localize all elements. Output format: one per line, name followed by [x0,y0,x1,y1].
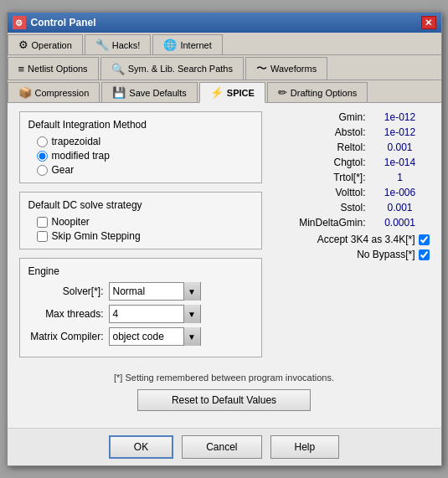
threads-dropdown[interactable]: 4 ▼ [109,305,201,323]
param-abstol-value[interactable]: 1e-012 [371,126,430,138]
param-trtol-label: Trtol[*]: [291,172,366,183]
param-volttol: Volttol: 1e-006 [270,187,430,198]
checkbox-no-bypass-input[interactable] [419,249,430,260]
radio-trapezoidal[interactable]: trapezoidal [37,136,253,147]
tabs-row2: ≡ Netlist Options 🔍 Sym. & Lib. Search P… [8,55,441,80]
threads-value: 4 [110,305,183,323]
param-abstol-label: Abstol: [291,126,366,138]
param-reltol-label: Reltol: [291,141,366,153]
tab-save-defaults[interactable]: 💾 Save Defaults [101,82,197,102]
threads-dropdown-arrow[interactable]: ▼ [183,305,200,323]
reset-button[interactable]: Reset to Default Values [137,389,311,411]
tab-internet[interactable]: 🌐 Internet [152,34,222,54]
param-gmin-value[interactable]: 1e-012 [371,111,430,123]
app-icon: ⚙ [13,16,26,29]
bottom-buttons: OK Cancel Help [8,428,441,465]
dc-solve-checkbox-group: Noopiter Skip Gmin Stepping [28,216,253,242]
integration-section: Default Integration Method trapezoidal m… [19,111,262,183]
engine-section: Engine Solver[*]: Normal ▼ Max threads: … [19,258,262,357]
solver-label: Solver[*]: [28,285,104,297]
left-panel: Default Integration Method trapezoidal m… [19,111,262,366]
checkbox-accept-3k4[interactable]: Accept 3K4 as 3.4K[*] [317,234,430,245]
ok-button[interactable]: OK [109,435,173,459]
hacks-icon: 🔧 [95,39,109,51]
main-area: Default Integration Method trapezoidal m… [19,111,430,366]
param-volttol-value[interactable]: 1e-006 [371,187,430,198]
integration-label: Default Integration Method [28,119,253,131]
checkbox-noopiter-input[interactable] [37,217,48,228]
tab-compression[interactable]: 📦 Compression [8,82,100,102]
tab-sym-lib[interactable]: 🔍 Sym. & Lib. Search Paths [100,57,244,80]
param-sstol-value[interactable]: 0.001 [371,202,430,213]
param-chgtol-label: Chgtol: [291,157,366,168]
save-icon: 💾 [112,86,126,99]
checkbox-skip-gmin[interactable]: Skip Gmin Stepping [37,230,253,242]
radio-trapezoidal-input[interactable] [37,136,48,147]
param-gmin-label: Gmin: [291,111,366,123]
title-bar: ⚙ Control Panel ✕ [8,13,441,33]
checkbox-no-bypass[interactable]: No Bypass[*] [357,249,429,260]
tab-operation[interactable]: ⚙ Operation [8,34,83,54]
dc-solve-section: Default DC solve strategy Noopiter Skip … [19,192,262,249]
matrix-value: object code [110,327,183,346]
threads-label: Max threads: [28,308,104,320]
control-panel-window: ⚙ Control Panel ✕ ⚙ Operation 🔧 Hacks! 🌐… [7,12,442,466]
note-text: [*] Setting remembered between program i… [19,373,430,383]
radio-modified-trap[interactable]: modified trap [37,150,253,162]
waveforms-icon: 〜 [256,61,267,76]
tabs-row3: 📦 Compression 💾 Save Defaults ⚡ SPICE ✏ … [8,80,441,103]
param-chgtol-value[interactable]: 1e-014 [371,157,430,168]
tab-waveforms[interactable]: 〜 Waveforms [245,57,327,80]
solver-dropdown-arrow[interactable]: ▼ [183,282,200,301]
spice-icon: ⚡ [210,86,224,99]
matrix-label: Matrix Compiler: [28,331,104,342]
param-abstol: Abstol: 1e-012 [270,126,430,138]
title-bar-left: ⚙ Control Panel [13,16,96,29]
checkbox-noopiter[interactable]: Noopiter [37,216,253,228]
param-reltol-value[interactable]: 0.001 [371,141,430,153]
checkbox-accept-3k4-input[interactable] [419,234,430,245]
radio-modified-trap-input[interactable] [37,151,48,162]
dc-solve-label: Default DC solve strategy [28,199,253,211]
param-volttol-label: Volttol: [291,187,366,198]
param-sstol-label: Sstol: [291,202,366,213]
main-content: Default Integration Method trapezoidal m… [8,103,441,428]
close-button[interactable]: ✕ [421,16,436,29]
right-panel: Gmin: 1e-012 Abstol: 1e-012 Reltol: 0.00… [270,111,430,366]
cancel-button[interactable]: Cancel [182,435,261,459]
matrix-dropdown-arrow[interactable]: ▼ [183,327,200,346]
param-chgtol: Chgtol: 1e-014 [270,157,430,168]
param-sstol: Sstol: 0.001 [270,202,430,213]
search-icon: 🔍 [111,63,125,75]
tab-netlist-options[interactable]: ≡ Netlist Options [8,57,99,80]
right-checkboxes: Accept 3K4 as 3.4K[*] No Bypass[*] [270,234,430,260]
compression-icon: 📦 [18,86,32,99]
tabs-row1: ⚙ Operation 🔧 Hacks! 🌐 Internet [8,33,441,55]
param-table: Gmin: 1e-012 Abstol: 1e-012 Reltol: 0.00… [270,111,430,229]
tab-hacks[interactable]: 🔧 Hacks! [85,34,152,54]
tab-spice[interactable]: ⚡ SPICE [199,82,265,103]
window-title: Control Panel [31,17,96,28]
param-mindelta-value[interactable]: 0.0001 [371,217,430,229]
integration-radio-group: trapezoidal modified trap Gear [28,136,253,176]
param-trtol-value[interactable]: 1 [371,172,430,183]
param-reltol: Reltol: 0.001 [270,141,430,153]
matrix-dropdown[interactable]: object code ▼ [109,327,201,346]
matrix-row: Matrix Compiler: object code ▼ [28,327,253,346]
param-mindelta-label: MinDeltaGmin: [291,217,366,229]
help-button[interactable]: Help [270,435,340,459]
solver-row: Solver[*]: Normal ▼ [28,282,253,301]
param-gmin: Gmin: 1e-012 [270,111,430,123]
netlist-icon: ≡ [18,63,25,75]
radio-gear[interactable]: Gear [37,164,253,176]
checkbox-skip-gmin-input[interactable] [37,231,48,242]
param-mindelta: MinDeltaGmin: 0.0001 [270,217,430,229]
solver-value: Normal [110,282,183,301]
drafting-icon: ✏ [278,86,287,99]
solver-dropdown[interactable]: Normal ▼ [109,282,201,301]
operation-icon: ⚙ [18,39,28,51]
radio-gear-input[interactable] [37,165,48,176]
engine-label: Engine [28,265,253,277]
tab-drafting-options[interactable]: ✏ Drafting Options [267,82,368,102]
internet-icon: 🌐 [163,39,177,51]
